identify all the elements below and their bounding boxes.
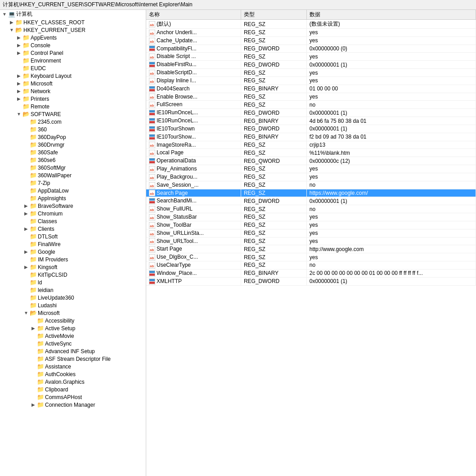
tree-item-360se6[interactable]: 📁360se6 — [0, 156, 146, 164]
tree-toggle-icon[interactable]: ▼ — [1, 12, 8, 17]
tree-item-console[interactable]: ▶📁Console — [0, 41, 146, 49]
tree-item-assistance[interactable]: 📁Assistance — [0, 363, 146, 370]
tree-item-appinsights[interactable]: 📁AppInsights — [0, 194, 146, 202]
registry-row[interactable]: abLocal PageREG_SZ%11%\blank.htm — [146, 149, 476, 157]
tree-item-network[interactable]: ▶📁Network — [0, 87, 146, 95]
tree-item-360drvmgr[interactable]: 📁360Drvmgr — [0, 141, 146, 148]
tree-toggle-icon[interactable]: ▶ — [15, 89, 22, 94]
tree-toggle-icon[interactable]: ▶ — [22, 226, 30, 231]
tree-item-activemovie[interactable]: 📁ActiveMovie — [0, 332, 146, 340]
tree-toggle-icon[interactable]: ▶ — [22, 203, 30, 208]
tree-item-keyboardlayout[interactable]: ▶📁Keyboard Layout — [0, 72, 146, 80]
tree-toggle-icon[interactable]: ▶ — [15, 81, 22, 86]
tree-item-finalwire[interactable]: 📁FinalWire — [0, 240, 146, 248]
tree-item-chromium[interactable]: ▶📁Chromium — [0, 210, 146, 217]
registry-row[interactable]: abImageStoreRa...REG_SZcrjip13 — [146, 141, 476, 149]
registry-row[interactable]: abPlay_AnimationsREG_SZyes — [146, 165, 476, 173]
registry-row[interactable]: CompatibilityFl...REG_DWORD0x00000000 (0… — [146, 45, 476, 53]
col-header-type[interactable]: 类型 — [241, 10, 306, 20]
registry-row[interactable]: DisableFirstRu...REG_DWORD0x00000001 (1) — [146, 61, 476, 69]
tree-item-360wallpaper[interactable]: 📁360WallPaper — [0, 171, 146, 179]
tree-item-avalongraphics[interactable]: 📁Avalon.Graphics — [0, 378, 146, 386]
tree-item-hkcu[interactable]: ▼📂HKEY_CURRENT_USER — [0, 26, 146, 34]
registry-row[interactable]: abAnchor Underli...REG_SZyes — [146, 29, 476, 37]
tree-item-controlpanel[interactable]: ▶📁Control Panel — [0, 49, 146, 57]
tree-item-improviders[interactable]: 📁IM Providers — [0, 256, 146, 263]
tree-toggle-icon[interactable]: ▶ — [15, 96, 22, 101]
tree-toggle-icon[interactable]: ▶ — [15, 73, 22, 78]
tree-toggle-icon[interactable]: ▶ — [30, 326, 37, 331]
tree-item-7zip[interactable]: 📁7-Zip — [0, 179, 146, 187]
registry-row[interactable]: IE10TourShownREG_DWORD0x00000001 (1) — [146, 125, 476, 133]
tree-item-appdatalow[interactable]: 📁AppDataLow — [0, 187, 146, 194]
tree-toggle-icon[interactable]: ▶ — [22, 265, 30, 269]
registry-row[interactable]: IE10RunOnceL...REG_DWORD0x00000001 (1) — [146, 109, 476, 117]
tree-toggle-icon[interactable]: ▶ — [30, 402, 37, 407]
tree-item-360softmgr[interactable]: 📁360SoftMgr — [0, 164, 146, 171]
registry-row[interactable]: abFullScreenREG_SZno — [146, 101, 476, 109]
tree-item-authcookies[interactable]: 📁AuthCookies — [0, 370, 146, 378]
tree-item-commsaphost[interactable]: 📁CommsAPHost — [0, 393, 146, 401]
tree-item-google[interactable]: ▶📁Google — [0, 248, 146, 256]
tree-toggle-icon[interactable]: ▶ — [15, 35, 22, 40]
tree-item-leidian[interactable]: 📁leidian — [0, 286, 146, 294]
tree-item-360[interactable]: 📁360 — [0, 126, 146, 133]
tree-toggle-icon[interactable]: ▶ — [15, 50, 22, 55]
tree-item-bravesoftware[interactable]: ▶📁BraveSoftware — [0, 202, 146, 210]
tree-item-360safe[interactable]: 📁360Safe — [0, 148, 146, 156]
tree-toggle-icon[interactable]: ▶ — [15, 43, 22, 48]
tree-toggle-icon[interactable]: ▼ — [22, 310, 30, 315]
tree-toggle-icon[interactable]: ▶ — [22, 211, 30, 216]
tree-item-appevents[interactable]: ▶📁AppEvents — [0, 34, 146, 41]
tree-item-liveupdate360[interactable]: 📁LiveUpdate360 — [0, 294, 146, 301]
registry-row[interactable]: abShow_StatusBarREG_SZyes — [146, 213, 476, 221]
tree-item-software[interactable]: ▼📂SOFTWARE — [0, 110, 146, 118]
tree-item-activesetup[interactable]: ▶📁Active Setup — [0, 324, 146, 332]
registry-row[interactable]: IE10TourShow...REG_BINARYf2 bd 09 ad 70 … — [146, 133, 476, 141]
col-header-name[interactable]: 名称 — [146, 10, 241, 20]
registry-row[interactable]: Window_Place...REG_BINARY2c 00 00 00 00 … — [146, 269, 476, 277]
registry-row[interactable]: abDisplay Inline I...REG_SZyes — [146, 76, 476, 85]
tree-toggle-icon[interactable]: ▶ — [8, 20, 15, 25]
tree-item-2345[interactable]: 📁2345.com — [0, 118, 146, 126]
tree-item-printers[interactable]: ▶📁Printers — [0, 95, 146, 103]
tree-item-microsoftsoft[interactable]: ▼📂Microsoft — [0, 309, 146, 317]
registry-row[interactable]: SearchBandMi...REG_DWORD0x00000001 (1) — [146, 197, 476, 205]
registry-row[interactable]: abUseClearTypeREG_SZno — [146, 261, 476, 269]
tree-item-ld[interactable]: 📁ld — [0, 278, 146, 286]
registry-row[interactable]: abEnable Browse...REG_SZyes — [146, 93, 476, 101]
tree-item-accessibility[interactable]: 📁Accessibility — [0, 317, 146, 324]
registry-row[interactable]: abStart PageREG_SZhttp://www.google.com — [146, 245, 476, 253]
tree-item-ludashi[interactable]: 📁Ludashi — [0, 301, 146, 309]
registry-row[interactable]: abSearch PageREG_SZhttps://www.google.co… — [146, 189, 476, 197]
tree-item-classes[interactable]: 📁Classes — [0, 217, 146, 225]
tree-item-kittipclsid[interactable]: 📁KitTipCLSID — [0, 271, 146, 278]
registry-row[interactable]: XMLHTTPREG_DWORD0x00000001 (1) — [146, 277, 476, 285]
tree-item-dtlsoft[interactable]: 📁DTLSoft — [0, 233, 146, 240]
tree-item-computer[interactable]: ▼💻计算机 — [0, 10, 146, 18]
tree-item-kingsoft[interactable]: ▶📁Kingsoft — [0, 263, 146, 271]
registry-row[interactable]: ab(默认)REG_SZ(数值未设置) — [146, 20, 476, 29]
tree-item-environment[interactable]: 📁Environment — [0, 57, 146, 64]
tree-item-remote[interactable]: 📁Remote — [0, 103, 146, 110]
registry-row[interactable]: abShow_URLLinSta...REG_SZyes — [146, 229, 476, 237]
registry-row[interactable]: abDisableScriptD...REG_SZyes — [146, 69, 476, 77]
registry-row[interactable]: abShow_ToolBarREG_SZyes — [146, 221, 476, 229]
tree-item-microsoft[interactable]: ▶📁Microsoft — [0, 80, 146, 87]
registry-row[interactable]: abShow_FullURLREG_SZno — [146, 205, 476, 213]
registry-row[interactable]: Do404SearchREG_BINARY01 00 00 00 — [146, 85, 476, 93]
registry-row[interactable]: abPlay_Backgrou...REG_SZyes — [146, 173, 476, 181]
tree-toggle-icon[interactable]: ▼ — [15, 112, 22, 117]
registry-row[interactable]: abShow_URLTool...REG_SZyes — [146, 237, 476, 245]
tree-item-eudc[interactable]: 📁EUDC — [0, 64, 146, 72]
tree-item-advancedinfsetup[interactable]: 📁Advanced INF Setup — [0, 347, 146, 355]
tree-item-hkcr[interactable]: ▶📁HKEY_CLASSES_ROOT — [0, 18, 146, 26]
registry-row[interactable]: IE10RunOnceL...REG_BINARY4d b6 fa 75 80 … — [146, 117, 476, 125]
registry-row[interactable]: OperationalDataREG_QWORD0x0000000c (12) — [146, 157, 476, 165]
registry-row[interactable]: abUse_DlgBox_C...REG_SZyes — [146, 253, 476, 261]
tree-item-clipboard[interactable]: 📁Clipboard — [0, 386, 146, 393]
tree-item-connectionmanager[interactable]: ▶📁Connection Manager — [0, 401, 146, 409]
tree-item-activesync[interactable]: 📁ActiveSync — [0, 340, 146, 347]
tree-item-360daypop[interactable]: 📁360DayPop — [0, 133, 146, 141]
tree-item-clients[interactable]: ▶📁Clients — [0, 225, 146, 233]
